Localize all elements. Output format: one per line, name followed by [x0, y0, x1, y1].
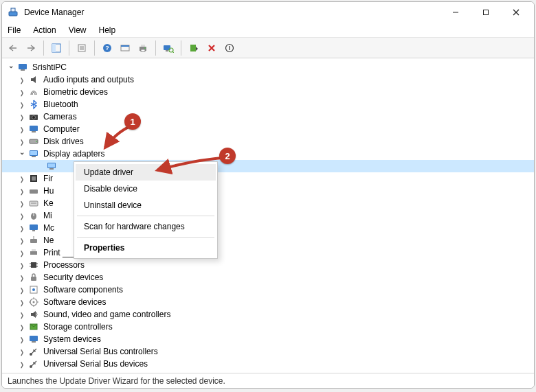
chevron-right-icon[interactable]	[17, 212, 27, 220]
toolbar-forward-button[interactable]	[23, 40, 39, 56]
display-adapter-icon	[46, 161, 57, 172]
statusbar: Launches the Update Driver Wizard for th…	[2, 373, 534, 388]
disk-icon	[28, 136, 39, 147]
svg-rect-51	[30, 251, 37, 255]
toolbar-disable-button[interactable]	[221, 40, 238, 56]
context-update-driver[interactable]: Update driver	[76, 164, 216, 181]
toolbar-help-button[interactable]: ?	[99, 40, 115, 56]
svg-rect-17	[141, 45, 145, 47]
chevron-right-icon[interactable]	[17, 187, 27, 195]
menubar: File Action View Help	[2, 23, 534, 38]
maximize-button[interactable]	[471, 3, 501, 22]
svg-point-19	[144, 47, 146, 49]
device-manager-window: Device Manager File Action View Help	[1, 1, 535, 389]
tree-item-display-adapters[interactable]: Display adapters	[2, 148, 534, 160]
tree-item-cameras[interactable]: Cameras	[2, 111, 534, 123]
menu-file[interactable]: File	[6, 24, 22, 36]
context-scan-hardware[interactable]: Scan for hardware changes	[76, 218, 216, 235]
annotation-badge-2: 2	[219, 148, 236, 164]
software-device-icon	[28, 297, 39, 308]
toolbar-print-button[interactable]	[135, 40, 151, 56]
chevron-right-icon[interactable]	[17, 360, 27, 368]
svg-rect-69	[32, 341, 36, 343]
chevron-right-icon[interactable]	[17, 348, 27, 356]
hid-icon	[28, 185, 39, 196]
sound-icon	[28, 309, 39, 320]
mouse-icon	[28, 210, 39, 221]
svg-point-60	[32, 288, 35, 291]
chevron-right-icon[interactable]	[17, 274, 27, 281]
tree-item-bluetooth[interactable]: Bluetooth	[2, 98, 534, 111]
storage-icon	[28, 321, 39, 332]
svg-rect-35	[30, 151, 37, 155]
toolbar-uninstall-button[interactable]	[203, 40, 220, 56]
tree-item-sound[interactable]: Sound, video and game controllers	[2, 308, 534, 321]
chevron-right-icon[interactable]	[17, 262, 27, 269]
menu-view[interactable]: View	[67, 24, 88, 36]
toolbar-scan-button[interactable]	[160, 40, 177, 56]
close-button[interactable]	[501, 3, 531, 22]
menu-help[interactable]: Help	[98, 24, 118, 36]
tree-item-storage[interactable]: Storage controllers	[2, 321, 534, 333]
tree-item-softcomp[interactable]: Software components	[2, 284, 534, 296]
chevron-right-icon[interactable]	[17, 89, 27, 96]
svg-rect-15	[121, 45, 129, 47]
minimize-button[interactable]	[440, 3, 471, 22]
chevron-right-icon[interactable]	[17, 299, 27, 306]
toolbar-show-hide-button[interactable]	[48, 40, 65, 56]
network-icon	[28, 235, 39, 246]
svg-rect-21	[166, 50, 168, 51]
chevron-right-icon[interactable]	[17, 323, 27, 331]
tree-item-usbcont[interactable]: Universal Serial Bus controllers	[2, 345, 534, 358]
chevron-right-icon[interactable]	[17, 113, 27, 121]
context-menu: Update driver Disable device Uninstall d…	[74, 161, 218, 259]
tree-root[interactable]: SrishtiPC	[2, 61, 534, 73]
tree-item-diskdrives[interactable]: Disk drives	[2, 135, 534, 148]
chevron-right-icon[interactable]	[17, 237, 27, 244]
statusbar-text: Launches the Update Driver Wizard for th…	[8, 376, 225, 386]
svg-rect-48	[32, 230, 35, 231]
chevron-right-icon[interactable]	[17, 286, 27, 294]
toolbar-action2-button[interactable]	[117, 40, 133, 56]
tree-item-audio[interactable]: Audio inputs and outputs	[2, 73, 534, 86]
tree-item-processors[interactable]: Processors	[2, 259, 534, 271]
chevron-right-icon[interactable]	[17, 126, 27, 133]
titlebar: Device Manager	[2, 2, 534, 23]
chevron-right-icon[interactable]	[17, 200, 27, 207]
chevron-right-icon[interactable]	[17, 336, 27, 343]
context-disable-device[interactable]: Disable device	[76, 181, 216, 197]
expand-arrow-icon[interactable]	[6, 64, 16, 71]
svg-rect-3	[484, 10, 489, 15]
context-properties[interactable]: Properties	[76, 240, 216, 256]
firmware-icon	[28, 173, 39, 184]
context-separator	[77, 216, 214, 216]
security-icon	[28, 272, 39, 283]
toolbar-properties-button[interactable]	[74, 40, 90, 56]
toolbar-update-button[interactable]	[186, 40, 202, 56]
svg-rect-0	[9, 12, 17, 16]
tree-item-sysdev[interactable]: System devices	[2, 333, 534, 345]
biometric-icon	[28, 87, 39, 97]
chevron-right-icon[interactable]	[17, 249, 27, 257]
chevron-right-icon[interactable]	[17, 76, 27, 84]
tree-item-computer[interactable]: Computer	[2, 123, 534, 135]
chevron-right-icon[interactable]	[17, 138, 27, 146]
tree-item-usbdev[interactable]: Universal Serial Bus devices	[2, 358, 534, 370]
tree-item-biometric[interactable]: Biometric devices	[2, 86, 534, 98]
svg-rect-1	[11, 8, 15, 12]
chevron-right-icon[interactable]	[17, 311, 27, 319]
toolbar-back-button[interactable]	[5, 40, 21, 56]
chevron-right-icon[interactable]	[17, 175, 27, 183]
context-uninstall-device[interactable]: Uninstall device	[76, 197, 216, 214]
svg-rect-36	[32, 156, 36, 157]
svg-line-23	[172, 51, 174, 53]
computer-icon	[28, 124, 39, 135]
window-title: Device Manager	[24, 8, 84, 17]
menu-action[interactable]: Action	[32, 24, 57, 36]
chevron-right-icon[interactable]	[17, 101, 27, 108]
chevron-right-icon[interactable]	[17, 224, 27, 232]
chevron-down-icon[interactable]	[17, 150, 27, 158]
tree-item-security[interactable]: Security devices	[2, 271, 534, 284]
svg-rect-7	[52, 44, 56, 52]
tree-item-softdev[interactable]: Software devices	[2, 296, 534, 308]
